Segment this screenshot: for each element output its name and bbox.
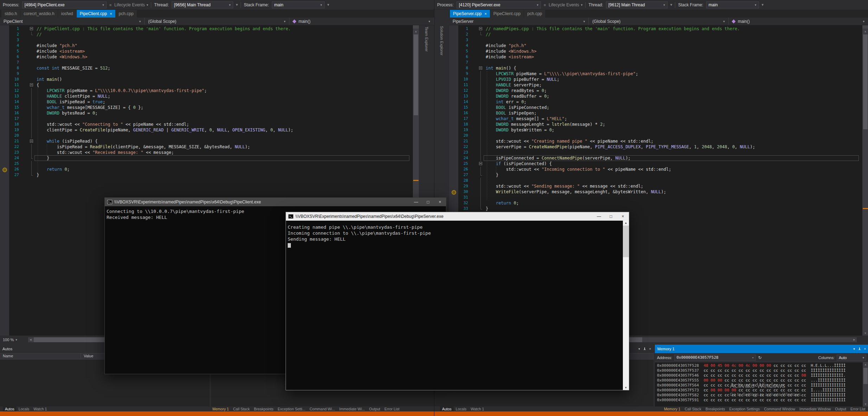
scroll-left-icon[interactable]: ◀ [28,337,33,342]
pin-icon[interactable] [858,347,861,350]
collapse-toggle-icon[interactable] [479,66,482,70]
code-text[interactable] [484,60,486,65]
toolbar-menu-icon[interactable]: ≡ [109,3,111,7]
glyph-margin[interactable] [449,206,458,212]
code-line[interactable]: 1// PipeClient.cpp : This file contains … [0,26,413,32]
code-line[interactable]: 22 serverPipe = CreateNamedPipe(pipeName… [449,144,862,150]
code-text[interactable] [484,150,486,155]
collapse-toggle-icon[interactable] [30,83,33,86]
close-icon[interactable]: × [864,347,866,351]
zoom-control[interactable]: 100 % ▾ [0,338,26,342]
glyph-margin[interactable] [0,167,9,172]
glyph-margin[interactable] [0,116,9,122]
memory-rows[interactable]: 0x000000E43057F528 48 00 45 00 4c 00 4c … [655,362,863,407]
glyph-margin[interactable] [449,150,458,155]
scope-dropdown[interactable]: (Global Scope) ▾ [145,18,289,25]
code-line[interactable]: 7 [0,60,413,65]
code-line[interactable]: 4#include "pch.h" [0,43,413,48]
panel-tab-immediate-window[interactable]: Immediate Window [797,407,833,411]
code-text[interactable]: clientPipe = CreateFile(pipeName, GENERI… [35,127,293,133]
glyph-margin[interactable] [0,82,9,88]
glyph-margin[interactable] [0,77,9,82]
panel-tab-command-wi-[interactable]: Command Wi... [307,407,337,411]
code-text[interactable]: } [484,206,488,212]
scroll-up-icon[interactable]: ▲ [862,29,868,34]
code-line[interactable]: 12 LPCWSTR pipeName = L"\\\\10.0.0.7\\pi… [0,88,413,93]
code-text[interactable]: int main() { [484,65,516,71]
memory-scrollbar[interactable]: ▲ ▼ [863,362,868,407]
code-text[interactable]: std::wcout << "Incoming connection to " … [484,167,671,172]
scroll-up-icon[interactable]: ▲ [863,362,868,367]
code-text[interactable]: if (isPipeConnected) { [484,161,552,167]
panel-tab-breakpoints[interactable]: Breakpoints [703,407,727,411]
panel-tab-error-list[interactable]: Error List [848,407,868,411]
code-text[interactable]: { [35,82,39,88]
close-icon[interactable]: × [649,347,651,351]
document-tab-pipeserver-cpp[interactable]: PipeServer.cpp× [450,10,490,18]
glyph-margin[interactable] [0,144,9,150]
code-line[interactable]: 14 int err = 0; [449,99,862,105]
glyph-margin[interactable] [0,150,9,155]
glyph-margin[interactable] [449,105,458,110]
panel-tab-autos[interactable]: Autos [3,407,17,411]
code-line[interactable]: 25 [0,161,413,167]
chevron-down-icon[interactable]: ▾ [762,2,764,7]
glyph-margin[interactable] [449,77,458,82]
code-text[interactable]: LPVOID pipeBuffer = NULL; [484,77,560,82]
glyph-margin[interactable] [449,99,458,105]
panel-tab-watch-1[interactable]: Watch 1 [468,407,486,411]
member-dropdown[interactable]: main() ▾ [729,18,868,25]
code-text[interactable]: // [35,32,42,37]
code-line[interactable]: 2// [0,32,413,37]
code-line[interactable]: 19 DWORD bytesWritten = 0; [449,127,862,133]
glyph-margin[interactable] [449,122,458,127]
code-text[interactable]: BOOL isPipeRead = true; [35,99,105,105]
code-text[interactable] [484,37,486,43]
panel-tab-exception-setti-[interactable]: Exception Setti... [275,407,307,411]
glyph-margin[interactable] [449,133,458,138]
code-line[interactable]: 29 std::wcout << "Sending message: " << … [449,183,862,189]
member-dropdown[interactable]: main() ▾ [289,18,434,25]
glyph-margin[interactable] [449,116,458,122]
code-text[interactable] [35,133,37,138]
code-text[interactable] [35,161,37,167]
code-line[interactable]: 20 [449,133,862,138]
code-text[interactable]: DWORD bytesWritten = 0; [484,127,554,133]
panel-tab-autos[interactable]: Autos [440,407,454,411]
panel-tab-memory-1[interactable]: Memory 1 [210,407,231,411]
code-line[interactable]: 13 HANDLE clientPipe = NULL; [0,93,413,99]
code-line[interactable]: 24 } [0,155,413,161]
console-scrollbar[interactable]: ▲ ▼ [623,221,629,390]
glyph-margin[interactable] [0,43,9,48]
scrollbar-thumb[interactable] [414,34,418,115]
code-text[interactable]: isPipeRead = ReadFile(clientPipe, &messa… [35,144,250,150]
code-text[interactable] [35,60,37,65]
panel-tab-command-window[interactable]: Command Window [762,407,797,411]
code-line[interactable]: 28 [449,178,862,183]
code-text[interactable]: int main() [35,77,62,82]
glyph-margin[interactable] [449,183,458,189]
glyph-margin[interactable] [0,65,9,71]
panel-tab-error-list[interactable]: Error List [382,407,402,411]
document-tab-pch-cpp[interactable]: pch.cpp [524,10,545,18]
panel-tab-output[interactable]: Output [833,407,848,411]
document-tab-pipeclient-cpp[interactable]: PipeClient.cpp× [77,10,115,18]
code-text[interactable]: DWORD readBytes = 0; [484,88,547,93]
glyph-margin[interactable] [449,178,458,183]
code-text[interactable]: serverPipe = CreateNamedPipe(pipeName, P… [484,144,755,150]
scroll-up-icon[interactable]: ▲ [413,29,419,34]
code-text[interactable]: HANDLE serverPipe; [484,82,542,88]
code-line[interactable]: 18 DWORD messageLenght = lstrlen(message… [449,122,862,127]
code-line[interactable]: 23 [449,150,862,155]
code-line[interactable]: 15 wchar_t message[MESSAGE_SIZE] = { 0 }… [0,105,413,110]
panel-tab-call-stack[interactable]: Call Stack [683,407,703,411]
code-text[interactable]: wchar_t message[MESSAGE_SIZE] = { 0 }; [35,105,143,110]
glyph-margin[interactable] [449,172,458,178]
panel-tab-immediate-wi-[interactable]: Immediate Wi... [337,407,367,411]
code-text[interactable]: int err = 0; [484,99,526,105]
glyph-margin[interactable] [0,54,9,60]
column-header-name[interactable]: Name [0,353,81,359]
glyph-margin[interactable] [0,60,9,65]
panel-tab-locals[interactable]: Locals [17,407,31,411]
code-text[interactable] [35,37,37,43]
